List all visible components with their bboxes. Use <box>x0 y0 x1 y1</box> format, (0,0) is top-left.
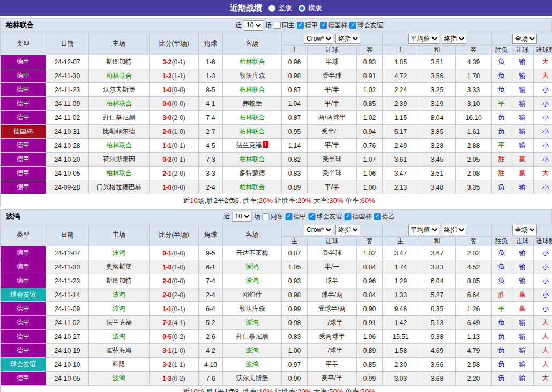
checkbox-label: 德甲 <box>294 212 307 221</box>
average-select[interactable]: 平均值 <box>408 34 439 44</box>
handicap-home-odds-cell: 0.98 <box>282 69 308 83</box>
league-filter-checkbox[interactable]: 德国杯 <box>320 21 347 30</box>
match-row: 德甲24-11-02法兰克福7-2(4-1)5-2波鸿0.98一/球半0.911… <box>1 316 552 330</box>
away-team: 柏林联合 <box>240 155 265 163</box>
col-header-home: 主场 <box>89 32 150 55</box>
average-select[interactable]: 平均值 <box>408 225 439 235</box>
half-time-score: (1-0) <box>172 263 185 271</box>
league-filter-checkbox[interactable]: 德甲 <box>297 21 318 30</box>
summary-segment: 场,胜1平1负8, 胜率: <box>198 388 259 392</box>
handicap-home-odds-cell: 0.82 <box>282 153 308 167</box>
half-time-score: (1-1) <box>172 72 185 80</box>
away-team-cell: 邓伯什 <box>223 288 282 302</box>
goals-result-cell: 大 <box>534 167 552 180</box>
league-filter-checkbox[interactable]: 球会友谊 <box>309 212 342 221</box>
result-cell: 胜 <box>492 288 511 302</box>
away-team: 邓伯什 <box>243 291 262 298</box>
result-cell: 负 <box>492 246 511 260</box>
corner-cell: 4-5 <box>199 139 223 153</box>
scope-select[interactable]: 全场 <box>512 225 537 235</box>
handicap-away-odds-cell: 0.90 <box>357 302 383 316</box>
col-header-euro-away: 客 <box>456 237 492 246</box>
home-team: 拜仁慕尼黑 <box>103 114 135 121</box>
layout-option-horizontal[interactable]: 横版 <box>299 3 322 13</box>
scope-select[interactable]: 全场 <box>512 34 537 44</box>
radio-selected-icon[interactable] <box>299 5 305 12</box>
match-row: 德甲24-11-23斯图加特2-0(0-0)7-4波鸿0.93球半0.961.2… <box>1 274 552 288</box>
euro-away-odds-cell: 4.39 <box>456 55 492 69</box>
match-row: 德甲24-10-27波鸿0-5(0-2)2-6拜仁慕尼黑0.83受两球半1.06… <box>1 330 552 344</box>
corner-cell: 7-4 <box>199 111 223 125</box>
final-odds-select[interactable]: 终指 <box>335 34 360 44</box>
away-team-cell: 柏林联合 <box>223 153 282 167</box>
half-time-score: (2-0) <box>172 170 185 177</box>
checked-checkbox-icon[interactable] <box>374 213 381 220</box>
checked-checkbox-icon[interactable] <box>286 213 293 220</box>
league-filter-checkbox[interactable]: 德甲 <box>286 212 307 221</box>
handicap-away-odds-cell: 0.94 <box>357 125 383 139</box>
home-team-cell: 柏林联合 <box>89 69 150 83</box>
away-team-cell: 波鸿 <box>223 358 282 372</box>
col-header-handicap-line: 让球 <box>308 46 357 55</box>
full-time-score: 1-2 <box>162 72 171 80</box>
handicap-away-odds-cell: 0.85 <box>357 97 383 111</box>
handicap-away-odds-cell: 0.84 <box>357 288 383 302</box>
league-filter-checkbox[interactable]: 球会友谊 <box>349 21 383 30</box>
league-filter-checkbox[interactable]: 德乙 <box>374 212 395 221</box>
match-row: 德甲24-10-28柏林联合1-1(0-1)4-5法兰克福11.14平/半0.7… <box>1 139 552 153</box>
same-venue-checkbox[interactable]: 同主 <box>274 21 295 30</box>
full-time-score: 1-1 <box>162 305 171 313</box>
half-time-score: (0-0) <box>172 86 185 94</box>
average-final-odds-select[interactable]: 终指 <box>442 34 466 44</box>
euro-away-odds-cell: 4.52 <box>456 260 492 274</box>
unchecked-checkbox-icon[interactable] <box>263 213 270 220</box>
match-row: 德甲24-10-20荷尔斯泰因0-2(0-1)7-3柏林联合0.82受半球1.0… <box>1 153 552 167</box>
half-time-score: (0-0) <box>172 277 185 285</box>
league-type-cell: 德甲 <box>1 260 46 274</box>
result-cell: 负 <box>492 111 511 125</box>
average-final-odds-select[interactable]: 终指 <box>442 225 466 235</box>
unchecked-checkbox-icon[interactable] <box>274 22 281 29</box>
league-filter-checkbox[interactable]: 德国杯 <box>345 212 372 221</box>
euro-home-odds-cell: 1.42 <box>383 316 419 330</box>
league-type-cell: 德甲 <box>1 55 46 69</box>
euro-away-odds-cell: 3.33 <box>456 83 492 97</box>
summary-segment: 10% <box>259 388 273 392</box>
full-time-score: 0-5 <box>162 333 171 341</box>
odds-company-select[interactable]: Crow* <box>304 34 333 44</box>
handicap-result-cell: 输 <box>511 246 534 260</box>
home-team: 柏林联合 <box>106 141 132 149</box>
away-team-cell: 波鸿 <box>223 274 282 288</box>
checked-checkbox-icon[interactable] <box>309 213 316 220</box>
result-cell: 平 <box>492 97 511 111</box>
handicap-line-cell: 一/球半 <box>308 344 357 358</box>
checked-checkbox-icon[interactable] <box>345 213 352 220</box>
match-row: 德甲24-11-23沃尔夫斯堡1-0(0-0)8-5柏林联合0.87平/半1.0… <box>1 83 552 97</box>
full-time-score: 2-1 <box>162 170 171 177</box>
odds-company-select[interactable]: Crow* <box>304 225 333 235</box>
col-header-date: 日期 <box>46 223 89 246</box>
handicap-line-cell: 受半球 <box>308 246 357 260</box>
handicap-line-cell: 平/半 <box>308 83 357 97</box>
summary-segment: 近 <box>183 388 190 392</box>
summary-segment: 60% <box>361 197 375 205</box>
half-time-score: (0-2) <box>172 333 185 341</box>
final-odds-select[interactable]: 终指 <box>335 225 360 235</box>
checked-checkbox-icon[interactable] <box>320 22 327 29</box>
col-header-handicap-away: 客 <box>357 237 383 246</box>
checked-checkbox-icon[interactable] <box>297 22 304 29</box>
layout-option-vertical[interactable]: 竖版 <box>268 3 292 13</box>
league-type-cell: 球会友谊 <box>1 288 46 302</box>
matches-count-select[interactable]: 10 <box>244 20 263 31</box>
handicap-result-cell: 输 <box>511 111 534 125</box>
checked-checkbox-icon[interactable] <box>349 22 356 29</box>
radio-unselected-icon[interactable] <box>268 5 275 12</box>
match-row: 德甲24-12-07斯图加特3-2(0-1)1-6柏林联合0.96半球0.931… <box>1 55 552 69</box>
corner-cell: 6-1 <box>199 260 223 274</box>
corner-cell: 9-5 <box>199 246 223 260</box>
handicap-line-cell: 平/半 <box>308 139 357 153</box>
handicap-away-odds-cell: 1.02 <box>357 246 383 260</box>
matches-count-select[interactable]: 10 <box>233 212 252 222</box>
same-venue-checkbox[interactable]: 同客 <box>263 212 284 221</box>
euro-away-odds-cell: 1.26 <box>456 302 492 316</box>
